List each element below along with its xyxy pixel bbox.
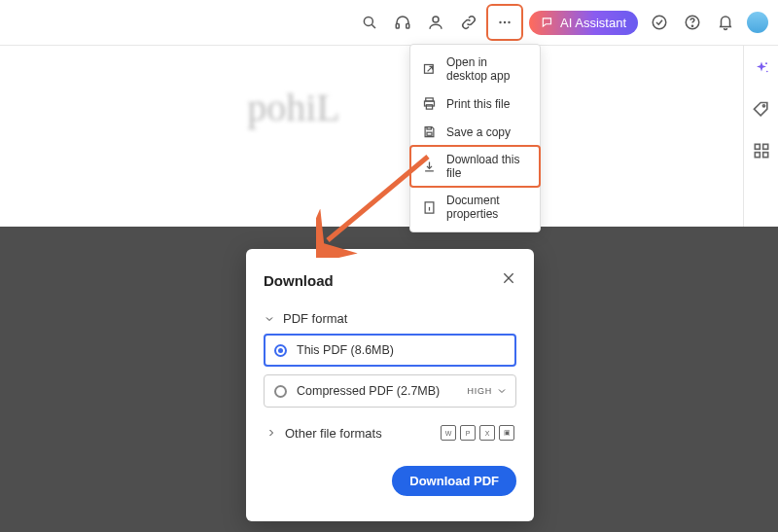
svg-rect-3 [407, 24, 409, 29]
user-icon[interactable] [420, 7, 451, 38]
save-icon [422, 124, 437, 139]
avatar[interactable] [747, 12, 768, 33]
quality-selector[interactable]: HIGH [468, 385, 508, 397]
help-icon[interactable] [677, 7, 708, 38]
svg-point-6 [504, 21, 506, 23]
ai-assistant-label: AI Assistant [560, 16, 626, 30]
image-icon: ▣ [499, 425, 514, 441]
chevron-down-icon [264, 313, 275, 325]
headphones-icon[interactable] [387, 7, 418, 38]
top-toolbar: AI Assistant [0, 0, 778, 46]
tag-icon[interactable] [752, 100, 771, 120]
section-other-formats[interactable]: Other file formats W P X ▣ [264, 417, 516, 448]
svg-line-1 [371, 24, 375, 28]
svg-rect-2 [396, 24, 399, 29]
signature-scribble: pohiL [247, 85, 340, 130]
grid-icon[interactable] [752, 141, 771, 160]
more-button-highlight [486, 4, 523, 41]
section-label: PDF format [283, 311, 347, 326]
option-compressed-pdf[interactable]: Compressed PDF (2.7MB) HIGH [264, 374, 516, 408]
menu-item-label: Save a copy [446, 125, 511, 139]
svg-point-11 [765, 62, 767, 64]
option-label: This PDF (8.6MB) [297, 343, 394, 357]
svg-rect-23 [427, 132, 432, 135]
svg-point-12 [766, 71, 768, 73]
menu-item-label: Download this file [446, 153, 528, 180]
section-label: Other file formats [285, 426, 382, 441]
download-dialog: Download PDF format This PDF (8.6MB) Com… [246, 249, 534, 521]
menu-open-desktop[interactable]: Open in desktop app [410, 49, 540, 89]
menu-print[interactable]: Print this file [410, 89, 540, 118]
ai-assistant-button[interactable]: AI Assistant [529, 11, 638, 35]
print-icon [422, 96, 437, 111]
excel-icon: X [479, 425, 495, 441]
svg-point-13 [762, 105, 764, 107]
word-icon: W [441, 425, 456, 441]
svg-rect-17 [762, 153, 767, 158]
menu-item-label: Open in desktop app [446, 55, 528, 83]
close-icon [501, 270, 516, 286]
annotation-arrow [316, 151, 442, 258]
chat-sparkle-icon [541, 16, 554, 29]
chevron-right-icon [265, 427, 277, 439]
more-options-button[interactable] [489, 7, 520, 38]
svg-point-10 [691, 25, 692, 26]
section-pdf-format[interactable]: PDF format [264, 311, 516, 326]
menu-item-label: Document properties [446, 194, 528, 221]
radio-icon [274, 344, 287, 357]
open-external-icon [422, 62, 437, 77]
sparkle-icon[interactable] [752, 59, 771, 79]
svg-point-7 [508, 21, 510, 23]
dialog-title: Download [264, 272, 334, 289]
powerpoint-icon: P [460, 425, 476, 441]
quality-label: HIGH [468, 386, 492, 396]
right-rail [743, 46, 778, 227]
menu-item-label: Print this file [446, 97, 510, 111]
option-label: Compressed PDF (2.7MB) [297, 384, 440, 398]
link-icon[interactable] [453, 7, 484, 38]
svg-rect-14 [755, 144, 760, 149]
menu-save-copy[interactable]: Save a copy [410, 118, 540, 146]
search-icon[interactable] [354, 7, 385, 38]
svg-rect-16 [755, 153, 760, 158]
svg-line-27 [328, 157, 428, 240]
svg-rect-15 [762, 144, 767, 149]
svg-point-4 [433, 17, 439, 22]
option-this-pdf[interactable]: This PDF (8.6MB) [264, 334, 516, 367]
download-pdf-button[interactable]: Download PDF [392, 466, 516, 496]
check-circle-icon[interactable] [644, 7, 675, 38]
radio-icon [274, 385, 287, 398]
close-button[interactable] [501, 270, 516, 290]
svg-rect-22 [427, 127, 431, 130]
bell-icon[interactable] [710, 7, 741, 38]
svg-point-8 [653, 16, 666, 29]
svg-point-0 [364, 17, 372, 25]
format-icons: W P X ▣ [441, 425, 514, 441]
chevron-down-icon [496, 385, 508, 397]
svg-point-5 [499, 21, 501, 23]
